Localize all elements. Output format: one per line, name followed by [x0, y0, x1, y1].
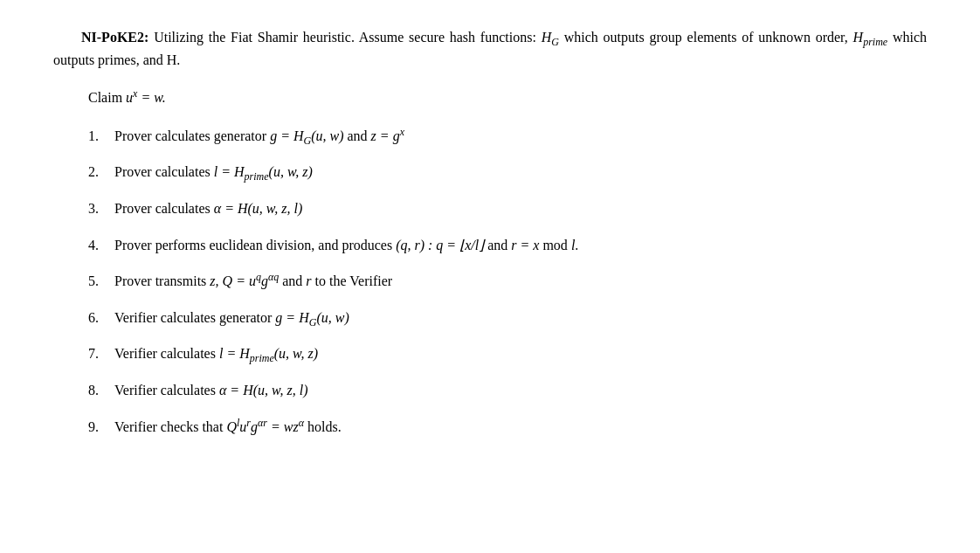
hash-HG: HG	[542, 30, 559, 45]
step-text: Prover performs euclidean division, and …	[114, 238, 396, 252]
list-item: 6. Verifier calculates generator g = HG(…	[53, 307, 927, 329]
main-content: NI-PoKE2: Utilizing the Fiat Shamir heur…	[53, 26, 927, 438]
step-math: α = H(u, w, z, l)	[219, 383, 308, 397]
claim-label: Claim	[88, 90, 126, 105]
step-math: g = HG(u, w)	[270, 128, 343, 143]
step-number: 6.	[88, 307, 114, 329]
list-item: 7. Verifier calculates l = Hprime(u, w, …	[53, 342, 927, 365]
hash-Hprime: Hprime	[853, 30, 888, 45]
section-title: NI-PoKE2:	[81, 30, 148, 45]
step-text: Verifier calculates	[114, 383, 219, 397]
list-item: 1. Prover calculates generator g = HG(u,…	[53, 125, 927, 148]
step-number: 2.	[88, 161, 114, 183]
step-math-2: r = x	[511, 238, 539, 252]
intro-text-group: which outputs group elements of unknown …	[564, 30, 853, 45]
step-number: 7.	[88, 342, 114, 365]
step-number: 4.	[88, 234, 114, 257]
intro-text-fiat: Utilizing the Fiat Shamir heuristic. Ass…	[154, 30, 542, 45]
step-text: Prover transmits	[114, 273, 210, 288]
list-item: 9. Verifier checks that Qlurgαr = wzα ho…	[53, 416, 927, 439]
step-math: z, Q = uqgαq	[210, 273, 279, 288]
step-content: Prover transmits z, Q = uqgαq and r to t…	[114, 270, 927, 293]
list-item: 3. Prover calculates α = H(u, w, z, l)	[53, 197, 927, 220]
step-content: Prover calculates α = H(u, w, z, l)	[114, 197, 927, 220]
step-number: 5.	[88, 270, 114, 293]
step-math-2: r	[306, 273, 311, 288]
claim-math: ux = w.	[126, 90, 166, 105]
step-content: Prover calculates l = Hprime(u, w, z)	[114, 161, 927, 183]
step-text: Verifier checks that	[114, 419, 226, 434]
intro-paragraph: NI-PoKE2: Utilizing the Fiat Shamir heur…	[53, 26, 927, 71]
step-connector: and	[282, 273, 306, 288]
step-text: Prover calculates	[114, 164, 214, 179]
step-number: 9.	[88, 416, 114, 439]
step-math: l = Hprime(u, w, z)	[219, 346, 318, 361]
step-number: 8.	[88, 379, 114, 402]
step-content: Verifier checks that Qlurgαr = wzα holds…	[114, 416, 927, 439]
step-number: 1.	[88, 125, 114, 148]
step-connector: and	[487, 238, 511, 252]
step-math: (q, r) : q = ⌊x/l⌋	[396, 238, 484, 252]
step-text-end: to the Verifier	[315, 273, 393, 288]
step-math: Qlurgαr = wzα	[226, 419, 304, 434]
list-item: 5. Prover transmits z, Q = uqgαq and r t…	[53, 270, 927, 293]
step-math-2: z = gx	[371, 128, 404, 143]
step-math: α = H(u, w, z, l)	[214, 201, 303, 216]
step-connector: and	[348, 128, 371, 143]
step-content: Verifier calculates l = Hprime(u, w, z)	[114, 342, 927, 365]
step-text: Verifier calculates generator	[114, 310, 275, 325]
list-item: 4. Prover performs euclidean division, a…	[53, 234, 927, 257]
step-math: g = HG(u, w)	[275, 310, 349, 325]
list-item: 8. Verifier calculates α = H(u, w, z, l)	[53, 379, 927, 402]
step-content: Verifier calculates α = H(u, w, z, l)	[114, 379, 927, 402]
step-mod: mod l.	[542, 238, 578, 252]
step-content: Verifier calculates generator g = HG(u, …	[114, 307, 927, 329]
step-number: 3.	[88, 197, 114, 220]
list-item: 2. Prover calculates l = Hprime(u, w, z)	[53, 161, 927, 183]
step-text: Verifier calculates	[114, 346, 219, 361]
step-text: Prover calculates	[114, 201, 214, 216]
step-math: l = Hprime(u, w, z)	[214, 164, 313, 179]
step-content: Prover performs euclidean division, and …	[114, 234, 927, 257]
claim-line: Claim ux = w.	[53, 86, 927, 109]
steps-list: 1. Prover calculates generator g = HG(u,…	[53, 125, 927, 438]
step-content: Prover calculates generator g = HG(u, w)…	[114, 125, 927, 148]
step-text: Prover calculates generator	[114, 128, 270, 143]
step-text-end: holds.	[307, 419, 342, 434]
